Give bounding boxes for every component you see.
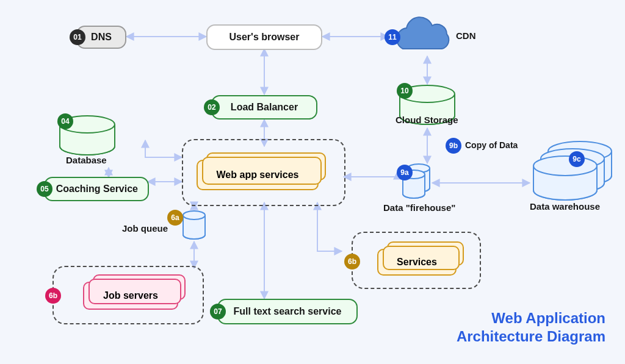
services-badge: 6b xyxy=(344,254,360,269)
browser-node: User's browser xyxy=(206,24,322,50)
fulltext-badge: 07 xyxy=(210,304,226,319)
web-app-stack: Web app services xyxy=(197,160,319,190)
cdn-label: CDN xyxy=(456,30,476,41)
fulltext-node: Full text search service xyxy=(217,299,358,324)
job-queue-badge: 6a xyxy=(167,210,183,226)
database-label: Database xyxy=(66,155,107,165)
cdn-cloud-icon xyxy=(397,17,449,49)
firehouse-label: Data "firehouse" xyxy=(383,202,455,213)
job-queue-label: Job queue xyxy=(122,223,168,234)
load-balancer-badge: 02 xyxy=(204,99,220,115)
fulltext-label: Full text search service xyxy=(234,306,342,317)
cdn-badge: 11 xyxy=(385,29,400,45)
services-stack: Services xyxy=(377,249,457,276)
job-servers-label: Job servers xyxy=(103,290,158,301)
load-balancer-node: Load Balancer xyxy=(211,95,317,120)
services-label: Services xyxy=(397,257,437,268)
cloud-storage-label: Cloud Storage xyxy=(396,115,458,125)
warehouse-cylinder-icon xyxy=(533,156,597,200)
firehouse-badge: 9a xyxy=(397,165,413,180)
copy-of-data-badge: 9b xyxy=(446,138,461,154)
coaching-badge: 05 xyxy=(37,181,52,197)
job-servers-badge: 6b xyxy=(45,288,61,304)
cloud-storage-badge: 10 xyxy=(397,83,413,99)
job-servers-stack: Job servers xyxy=(83,282,178,310)
web-app-label: Web app services xyxy=(217,170,299,180)
dns-badge: 01 xyxy=(70,29,85,45)
coaching-node: Coaching Service xyxy=(44,177,149,201)
coaching-label: Coaching Service xyxy=(56,184,138,194)
job-queue-cylinder-icon xyxy=(183,211,205,239)
load-balancer-label: Load Balancer xyxy=(231,102,298,113)
database-badge: 04 xyxy=(57,113,73,129)
copy-of-data-label: Copy of Data xyxy=(465,140,518,150)
dns-label: DNS xyxy=(91,32,112,43)
warehouse-label: Data warehouse xyxy=(530,201,600,212)
diagram-title: Web Application Architecture Diagram xyxy=(457,309,605,346)
warehouse-badge: 9c xyxy=(569,151,585,167)
browser-label: User's browser xyxy=(229,32,300,43)
